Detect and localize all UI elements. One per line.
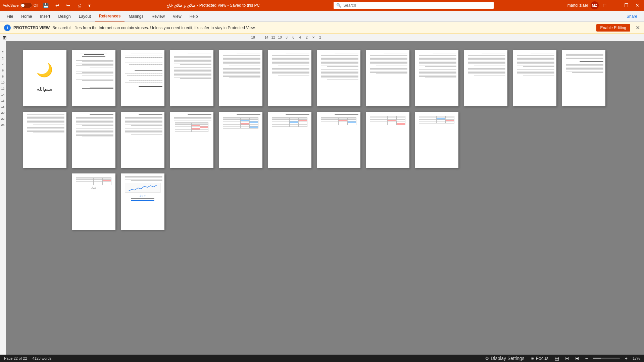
focus-icon: ⊞ — [531, 356, 535, 361]
page-16-content — [170, 112, 213, 168]
enable-editing-button[interactable]: Enable Editing — [596, 24, 630, 32]
protected-close-button[interactable]: ✕ — [636, 24, 640, 31]
web-layout-button[interactable]: ⊟ — [564, 356, 570, 361]
tab-help[interactable]: Help — [186, 11, 202, 21]
ruler-14: 14 — [263, 36, 270, 39]
page-thumb-15[interactable] — [121, 112, 164, 168]
close-button[interactable]: ✕ — [633, 0, 641, 11]
tab-view[interactable]: View — [169, 11, 186, 21]
page-6-content — [268, 50, 311, 106]
page-thumb-11[interactable] — [513, 50, 556, 106]
zoom-in-button[interactable]: + — [624, 356, 629, 361]
search-icon: 🔍 — [336, 3, 341, 8]
page-thumb-12[interactable] — [562, 50, 605, 106]
multiple-pages-button[interactable]: ⊞ — [574, 356, 580, 361]
page-7-content — [317, 50, 360, 106]
username: mahdi ziaei — [567, 3, 588, 8]
page-thumb-14[interactable] — [72, 112, 115, 168]
tab-file[interactable]: File — [3, 11, 17, 21]
ruler-18: 18 — [250, 36, 256, 39]
page-9-content — [415, 50, 458, 106]
page-thumb-9[interactable] — [415, 50, 458, 106]
page-5-content — [219, 50, 262, 106]
redo-button[interactable]: ↪ — [64, 0, 72, 11]
lr-2a: 2 — [2, 49, 4, 55]
page-thumb-16[interactable] — [170, 112, 213, 168]
zoom-track — [593, 358, 601, 359]
word-count: 4123 words — [33, 356, 52, 360]
page-thumb-6[interactable] — [268, 50, 311, 106]
autosave-label: AutoSave — [3, 3, 19, 7]
ruler-12: 12 — [270, 36, 277, 39]
page-thumb-10[interactable] — [464, 50, 507, 106]
page-12-content — [562, 50, 605, 106]
page-thumb-23[interactable]: نمودار — [121, 173, 164, 230]
focus-button[interactable]: ⊞ Focus — [530, 356, 550, 361]
page-thumb-21[interactable] — [415, 112, 458, 168]
left-ruler-numbers: 2 2 4 6 8 10 12 14 16 18 20 22 24 — [1, 43, 4, 128]
ruler-10: 10 — [277, 36, 283, 39]
tab-review[interactable]: Review — [148, 11, 169, 21]
tab-references[interactable]: References — [95, 11, 125, 21]
lr-24: 24 — [1, 122, 4, 128]
page-14-content — [72, 112, 115, 168]
page-thumb-7[interactable] — [317, 50, 360, 106]
doc-title: طلاق و طلاق خاج - Protected View - Saved… — [166, 3, 260, 8]
page-23-content: نمودار — [121, 173, 164, 230]
ruler-numbers: 18 14 12 10 8 6 4 2 ✕ 2 — [8, 36, 324, 39]
autosave-toggle[interactable] — [20, 3, 32, 8]
page-18-content — [268, 112, 311, 168]
search-input[interactable] — [343, 3, 491, 8]
main-content: 2 2 4 6 8 10 12 14 16 18 20 22 24 — [0, 41, 644, 362]
tab-design[interactable]: Design — [54, 11, 75, 21]
lr-4: 4 — [2, 61, 4, 67]
page-info: Page 22 of 22 — [4, 356, 27, 360]
tab-layout[interactable]: Layout — [75, 11, 95, 21]
protected-icon: i — [4, 24, 11, 31]
page-thumb-2[interactable] — [72, 50, 115, 106]
minimize-button[interactable]: — — [611, 0, 620, 11]
page-thumb-20[interactable] — [366, 112, 409, 168]
page-thumb-4[interactable] — [170, 50, 213, 106]
protected-message: Be careful—files from the Internet can c… — [52, 25, 594, 30]
page-10-content — [464, 50, 507, 106]
tab-home[interactable]: Home — [17, 11, 36, 21]
tab-mailings[interactable]: Mailings — [125, 11, 147, 21]
search-box[interactable]: 🔍 — [334, 2, 494, 9]
page-thumb-5[interactable] — [219, 50, 262, 106]
page-thumb-1[interactable]: 🌙بسم‌الله — [23, 50, 66, 106]
page-thumb-17[interactable] — [219, 112, 262, 168]
print-layout-button[interactable]: ▤ — [554, 356, 560, 361]
zoom-out-button[interactable]: − — [584, 356, 589, 361]
lr-22: 22 — [1, 116, 4, 122]
document-area[interactable]: 🌙بسم‌الله — [6, 41, 644, 362]
page-thumb-8[interactable] — [366, 50, 409, 106]
save-button[interactable]: 💾 — [41, 0, 51, 11]
ruler-4: 4 — [297, 36, 303, 39]
lr-16: 16 — [1, 98, 4, 104]
protected-badge: PROTECTED VIEW — [13, 25, 50, 30]
print-button[interactable]: 🖨 — [75, 0, 84, 11]
page-thumb-18[interactable] — [268, 112, 311, 168]
tab-insert[interactable]: Insert — [36, 11, 54, 21]
page-thumb-19[interactable] — [317, 112, 360, 168]
page-thumb-22[interactable]: جدول — [72, 173, 115, 230]
vertical-ruler: 2 2 4 6 8 10 12 14 16 18 20 22 24 — [0, 41, 6, 362]
display-settings-button[interactable]: ⚙ Display Settings — [484, 356, 525, 361]
avatar[interactable]: MZ — [591, 1, 599, 9]
page-thumb-13[interactable] — [23, 112, 66, 168]
page-thumb-3[interactable] — [121, 50, 164, 106]
ruler-8: 8 — [283, 36, 290, 39]
ribbon-display-button[interactable]: □ — [601, 0, 608, 11]
customize-button[interactable]: ▾ — [86, 0, 93, 11]
autosave-state: Off — [34, 3, 38, 7]
restore-button[interactable]: ❐ — [622, 0, 631, 11]
statusbar-right: ⚙ Display Settings ⊞ Focus ▤ ⊟ ⊞ − + 17% — [484, 356, 640, 361]
page-8-content — [366, 50, 409, 106]
zoom-slider[interactable] — [593, 358, 620, 359]
share-button[interactable]: Share — [623, 11, 641, 21]
page-22-content: جدول — [72, 173, 115, 230]
undo-button[interactable]: ↩ — [53, 0, 61, 11]
lr-6: 6 — [2, 67, 4, 73]
lr-8: 8 — [2, 73, 4, 80]
